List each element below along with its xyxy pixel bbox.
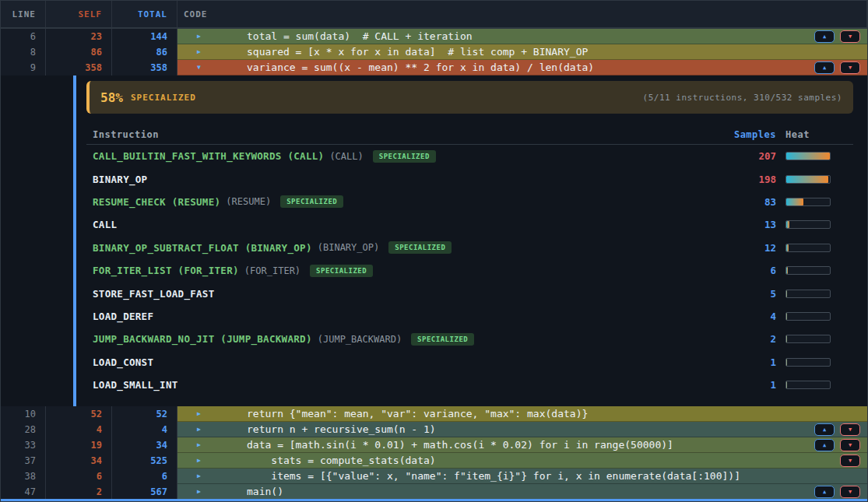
self-samples: 23 (46, 29, 112, 44)
code-cell[interactable]: ▶data = [math.sin(i * 0.01) + math.cos(i… (177, 437, 867, 453)
instruction-heat-cell (785, 312, 853, 321)
code-line-row: 3734525▶ stats = compute_stats(data)▼ (1, 453, 867, 469)
heat-bar (785, 220, 831, 229)
triangle-collapsed-icon[interactable]: ▶ (197, 33, 205, 40)
instruction-name-cell: BINARY_OP_SUBTRACT_FLOAT (BINARY_OP)(BIN… (86, 241, 692, 254)
column-header-total: TOTAL (112, 1, 177, 27)
total-samples: 567 (112, 484, 177, 500)
nav-up-button[interactable]: ▲ (814, 439, 835, 451)
code-cell[interactable]: ▶return n + recursive_sum(n - 1)▲▼ (177, 422, 867, 437)
column-header-line: LINE (1, 1, 46, 27)
instruction-name-cell: FOR_ITER_LIST (FOR_ITER)(FOR_ITER)SPECIA… (86, 265, 692, 277)
line-number: 8 (1, 44, 46, 60)
nav-down-button[interactable]: ▼ (840, 423, 860, 436)
total-samples: 144 (112, 29, 177, 44)
row-nav-buttons: ▼ (840, 455, 860, 467)
instruction-samples: 207 (692, 150, 785, 162)
heat-bar (785, 358, 831, 367)
nav-down-button[interactable]: ▼ (840, 30, 860, 43)
nav-up-button[interactable]: ▲ (814, 423, 835, 436)
code-cell[interactable]: ▶ stats = compute_stats(data)▼ (177, 453, 867, 469)
line-number: 33 (1, 437, 46, 453)
instruction-heat-cell (785, 175, 853, 184)
heat-bar-fill (786, 313, 787, 320)
code-text: variance = sum((x - mean) ** 2 for x in … (247, 61, 594, 73)
heat-bar (785, 198, 831, 206)
code-cell[interactable]: ▼variance = sum((x - mean) ** 2 for x in… (177, 60, 867, 75)
triangle-collapsed-icon[interactable]: ▶ (197, 441, 205, 448)
code-text: return {"mean": mean, "var": variance, "… (247, 408, 588, 420)
code-cell[interactable]: ▶total = sum(data) # CALL + iteration▲▼ (177, 29, 867, 44)
arrow-down-icon: ▼ (849, 65, 852, 71)
triangle-collapsed-icon[interactable]: ▶ (197, 472, 205, 479)
column-header-self: SELF (46, 1, 112, 27)
instruction-row: JUMP_BACKWARD_NO_JIT (JUMP_BACKWARD)(JUM… (86, 328, 853, 350)
self-samples: 4 (46, 422, 112, 437)
instruction-opcode: BINARY_OP_SUBTRACT_FLOAT (BINARY_OP) (93, 242, 312, 254)
nav-up-button[interactable]: ▲ (814, 61, 835, 74)
triangle-collapsed-icon[interactable]: ▶ (197, 488, 205, 495)
code-cell[interactable]: ▶ items = [{"value": x, "name": f"item_{… (177, 469, 867, 484)
code-cell[interactable]: ▶main()▲▼ (177, 484, 867, 500)
code-text: return n + recursive_sum(n - 1) (247, 423, 436, 435)
instruction-opcode: LOAD_DEREF (93, 311, 153, 322)
code-line-row: 472567▶main()▲▼ (1, 484, 867, 500)
instruction-name-cell: LOAD_CONST (86, 356, 692, 368)
instruction-row: CALL13 (86, 213, 853, 236)
code-cell[interactable]: ▶squared = [x * x for x in data] # list … (177, 44, 867, 60)
code-line-row: 331934▶data = [math.sin(i * 0.01) + math… (1, 437, 867, 453)
arrow-down-icon: ▼ (849, 427, 852, 433)
triangle-collapsed-icon[interactable]: ▶ (197, 48, 205, 55)
instruction-base-opcode: (FOR_ITER) (244, 265, 300, 276)
self-samples: 358 (46, 60, 112, 75)
instruction-opcode: JUMP_BACKWARD_NO_JIT (JUMP_BACKWARD) (93, 333, 312, 345)
expanded-line-detail-panel: 58% SPECIALIZED (5/11 instructions, 310/… (73, 75, 867, 406)
total-samples: 525 (112, 453, 177, 469)
arrow-up-icon: ▲ (823, 442, 826, 448)
instruction-samples: 6 (692, 265, 785, 276)
nav-up-button[interactable]: ▲ (814, 30, 835, 43)
nav-down-button[interactable]: ▼ (840, 486, 860, 498)
instruction-row: BINARY_OP_SUBTRACT_FLOAT (BINARY_OP)(BIN… (86, 237, 853, 259)
specialized-badge: SPECIALIZED (411, 333, 474, 346)
code-line-row: 3866▶ items = [{"value": x, "name": f"it… (1, 469, 867, 484)
instruction-samples: 198 (692, 174, 785, 185)
nav-down-button[interactable]: ▼ (840, 439, 860, 451)
code-text: squared = [x * x for x in data] # list c… (247, 46, 588, 58)
line-number: 37 (1, 453, 46, 469)
total-samples: 6 (112, 469, 177, 484)
heat-bar-fill (786, 290, 787, 297)
instruction-base-opcode: (BINARY_OP) (318, 242, 379, 253)
next-panel-edge (1, 499, 867, 501)
arrow-up-icon: ▲ (823, 65, 826, 71)
instruction-opcode: FOR_ITER_LIST (FOR_ITER) (93, 265, 239, 276)
instruction-name-cell: JUMP_BACKWARD_NO_JIT (JUMP_BACKWARD)(JUM… (86, 333, 692, 346)
code-cell[interactable]: ▶return {"mean": mean, "var": variance, … (177, 406, 867, 422)
instruction-row: LOAD_SMALL_INT1 (86, 374, 853, 396)
triangle-expanded-icon[interactable]: ▼ (197, 64, 205, 71)
nav-down-button[interactable]: ▼ (840, 61, 860, 74)
nav-down-button[interactable]: ▼ (840, 455, 860, 467)
code-line-row: 88686▶squared = [x * x for x in data] # … (1, 44, 867, 60)
triangle-collapsed-icon[interactable]: ▶ (197, 457, 205, 464)
code-text: main() (247, 486, 283, 497)
heat-bar (785, 152, 831, 160)
instruction-heat-cell (785, 358, 853, 367)
heat-bar (785, 175, 831, 184)
instruction-row: RESUME_CHECK (RESUME)(RESUME)SPECIALIZED… (86, 191, 853, 213)
arrow-up-icon: ▲ (823, 33, 826, 40)
code-rows-top: 623144▶total = sum(data) # CALL + iterat… (1, 29, 867, 75)
specialized-badge: SPECIALIZED (373, 150, 436, 163)
nav-up-button[interactable]: ▲ (814, 486, 835, 498)
arrow-down-icon: ▼ (849, 442, 852, 448)
line-number: 28 (1, 422, 46, 437)
heat-bar-fill (786, 267, 788, 274)
instruction-row: STORE_FAST_LOAD_FAST5 (86, 282, 853, 304)
instruction-samples: 13 (692, 219, 785, 230)
specialized-badge: SPECIALIZED (388, 241, 452, 254)
triangle-collapsed-icon[interactable]: ▶ (197, 410, 205, 417)
triangle-collapsed-icon[interactable]: ▶ (197, 426, 205, 433)
instruction-samples: 12 (692, 242, 785, 254)
instruction-heat-cell (785, 198, 853, 206)
arrow-down-icon: ▼ (849, 489, 852, 495)
